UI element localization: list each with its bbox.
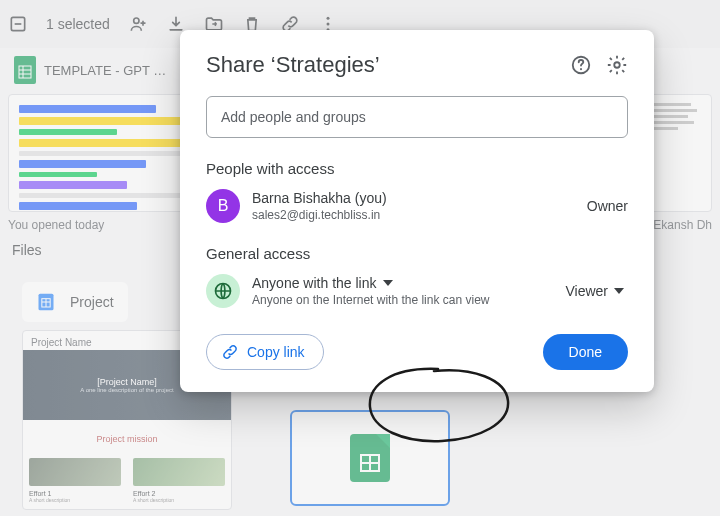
dialog-title: Share ‘Strategies’ (206, 52, 380, 78)
help-button[interactable] (570, 54, 592, 76)
chevron-down-icon (383, 280, 393, 286)
access-type-dropdown[interactable]: Anyone with the link (252, 275, 561, 291)
person-name: Barna Bishakha (you) (252, 190, 587, 206)
general-access-heading: General access (206, 245, 628, 262)
link-icon (221, 343, 239, 361)
globe-icon (213, 281, 233, 301)
svg-point-16 (580, 68, 582, 70)
add-people-input[interactable] (206, 96, 628, 138)
chevron-down-icon (614, 288, 624, 294)
settings-button[interactable] (606, 54, 628, 76)
copy-link-label: Copy link (247, 344, 305, 360)
avatar: B (206, 189, 240, 223)
svg-point-17 (614, 62, 620, 68)
annotation-oval (362, 363, 516, 447)
person-email: sales2@digi.techbliss.in (252, 208, 587, 222)
done-button[interactable]: Done (543, 334, 628, 370)
access-role-dropdown[interactable]: Viewer (561, 277, 628, 305)
access-role-label: Viewer (565, 283, 608, 299)
copy-link-button[interactable]: Copy link (206, 334, 324, 370)
access-type-label: Anyone with the link (252, 275, 377, 291)
gear-icon (606, 54, 628, 76)
person-row: B Barna Bishakha (you) sales2@digi.techb… (206, 189, 628, 223)
public-access-icon-wrap (206, 274, 240, 308)
help-icon (570, 54, 592, 76)
person-role: Owner (587, 198, 628, 214)
share-dialog: Share ‘Strategies’ People with access B … (180, 30, 654, 392)
access-description: Anyone on the Internet with the link can… (252, 293, 561, 307)
access-row: Anyone with the link Anyone on the Inter… (206, 274, 628, 308)
modal-overlay: Share ‘Strategies’ People with access B … (0, 0, 720, 516)
people-access-heading: People with access (206, 160, 628, 177)
